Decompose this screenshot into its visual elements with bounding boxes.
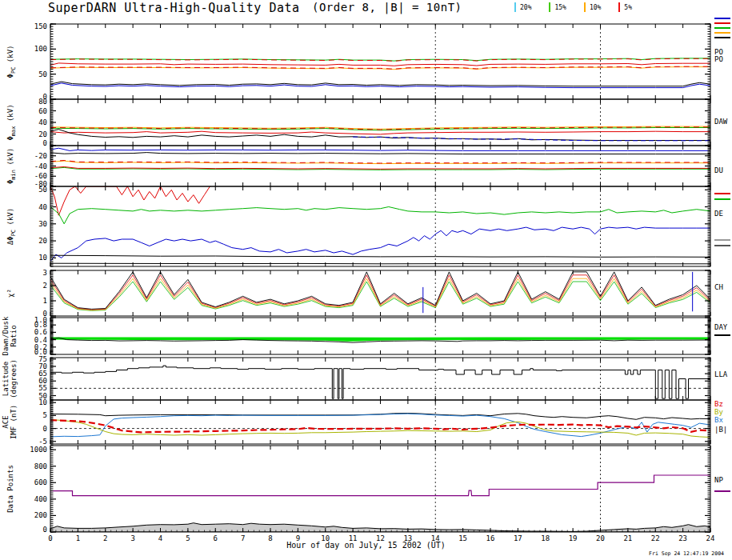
svg-text:80: 80 xyxy=(38,98,47,106)
right-axis-label: DE xyxy=(714,210,732,218)
series-chi2-black xyxy=(50,272,710,310)
right-axis-label: CH xyxy=(714,284,732,291)
page-subtitle: (Order 8, |B| = 10nT) xyxy=(312,1,462,14)
series-dphi-green xyxy=(50,207,710,224)
legend-color-tick xyxy=(514,2,516,12)
series-chi2-blue-spikes xyxy=(423,272,693,313)
series-pc-potential-red xyxy=(50,63,710,66)
legend-label: 10% xyxy=(590,4,601,11)
creation-timestamp: Fri Sep 24 12:47:19 2004 xyxy=(649,550,724,557)
svg-text:-5: -5 xyxy=(38,438,47,446)
svg-text:χ²: χ² xyxy=(6,289,14,298)
right-legend-dash xyxy=(714,18,730,19)
panel-guides-latitude xyxy=(50,358,710,400)
legend-item: 20% xyxy=(514,2,531,12)
percentile-legend: 20% 15% 10% 5% xyxy=(514,2,632,12)
svg-text:1: 1 xyxy=(43,297,47,305)
legend-label: 5% xyxy=(624,4,632,11)
axis-tick-labels: 150100500ΦPC (kV)806040200Φmax (kV)-20-4… xyxy=(2,22,714,542)
svg-text:Latitude: Latitude xyxy=(2,362,10,396)
right-legend-dash xyxy=(714,239,730,241)
right-axis-label: Bz xyxy=(714,401,732,408)
series-phimax-black xyxy=(50,130,710,141)
right-legend-dash xyxy=(714,198,730,200)
svg-text:60: 60 xyxy=(38,107,47,115)
svg-text:150: 150 xyxy=(34,22,47,30)
legend-color-tick xyxy=(618,2,620,12)
svg-text:IMF (nT): IMF (nT) xyxy=(10,405,18,439)
svg-text:ΔΦPC (kV): ΔΦPC (kV) xyxy=(6,208,17,245)
svg-text:-60: -60 xyxy=(34,172,47,180)
right-axis-label: |B| xyxy=(714,426,732,434)
superdarn-plot-screen: 150100500ΦPC (kV)806040200Φmax (kV)-20-4… xyxy=(0,0,732,560)
svg-text:0: 0 xyxy=(43,526,47,534)
panel-frames xyxy=(50,24,710,532)
series-phimin-black xyxy=(50,153,710,154)
svg-text:2: 2 xyxy=(43,282,47,290)
svg-text:0: 0 xyxy=(43,425,47,433)
panel-guides-chi2 xyxy=(435,270,600,316)
svg-text:40: 40 xyxy=(38,203,47,211)
svg-text:800: 800 xyxy=(34,462,47,470)
series-phimax-red xyxy=(50,131,710,134)
page-title: SuperDARN Ultra-High-Quality Data xyxy=(48,1,300,15)
right-axis-label: LLA xyxy=(714,371,732,378)
series-imf-bx xyxy=(50,414,710,437)
series-dphi-black-1 xyxy=(50,255,710,257)
svg-text:Ratio: Ratio xyxy=(10,325,18,346)
right-axis-label: DU xyxy=(714,167,732,174)
right-legend-dash xyxy=(714,245,730,246)
svg-text:40: 40 xyxy=(38,118,47,126)
right-axis-label: NP xyxy=(714,477,732,484)
panel-guides-ace-imf xyxy=(50,400,710,444)
svg-text:600: 600 xyxy=(34,478,47,486)
panel-guides-dawn-dusk xyxy=(435,318,600,354)
svg-text:100: 100 xyxy=(34,45,47,53)
legend-label: 15% xyxy=(554,4,566,11)
series-latitude-steps xyxy=(50,366,710,398)
right-legend-dash xyxy=(714,490,730,492)
svg-text:10: 10 xyxy=(38,254,47,262)
right-axis-label: By xyxy=(714,409,732,416)
legend-color-tick xyxy=(584,2,586,12)
svg-text:Data Points: Data Points xyxy=(6,465,14,513)
right-legend-dash xyxy=(714,22,730,24)
legend-item: 15% xyxy=(549,2,566,12)
svg-text:200: 200 xyxy=(34,511,47,519)
plot-canvas: 150100500ΦPC (kV)806040200Φmax (kV)-20-4… xyxy=(0,0,732,560)
right-axis-label: PO xyxy=(714,49,732,56)
series-np-purple xyxy=(50,475,710,496)
right-legend-dash xyxy=(714,32,730,34)
right-legend-dash xyxy=(714,334,730,336)
svg-text:ΦPC (kV): ΦPC (kV) xyxy=(6,46,17,78)
svg-text:-40: -40 xyxy=(34,162,47,170)
svg-text:Φmin (kV): Φmin (kV) xyxy=(6,148,17,184)
panel-guides-phi-min xyxy=(435,146,600,186)
legend-item: 10% xyxy=(584,2,601,12)
right-axis-label: DAW xyxy=(714,118,732,126)
svg-text:Φmax (kV): Φmax (kV) xyxy=(6,104,17,140)
svg-text:0: 0 xyxy=(43,139,47,147)
svg-text:10: 10 xyxy=(38,398,47,406)
panel-guides-dphi-pc xyxy=(435,186,600,266)
legend-label: 20% xyxy=(520,4,531,11)
right-legend-dash xyxy=(714,193,730,194)
legend-item: 5% xyxy=(618,2,632,12)
svg-text:20: 20 xyxy=(38,237,47,245)
svg-text:50: 50 xyxy=(38,186,47,194)
right-legend-dash xyxy=(714,27,730,29)
right-axis-label: Bx xyxy=(714,417,732,424)
x-axis-title: Hour of day on July, 15 2002 (UT) xyxy=(0,541,732,550)
svg-text:ACE: ACE xyxy=(2,415,10,428)
svg-text:20: 20 xyxy=(38,130,47,138)
svg-text:(degrees): (degrees) xyxy=(10,359,18,398)
right-axis-label: PO xyxy=(714,56,732,63)
svg-text:3: 3 xyxy=(43,269,47,277)
right-legend-dash xyxy=(714,37,730,38)
legend-color-tick xyxy=(549,2,550,12)
svg-text:5: 5 xyxy=(43,411,47,419)
svg-text:30: 30 xyxy=(38,220,47,228)
svg-text:50: 50 xyxy=(38,70,47,78)
svg-text:Dawn/Dusk: Dawn/Dusk xyxy=(2,316,10,355)
svg-text:400: 400 xyxy=(34,495,47,503)
